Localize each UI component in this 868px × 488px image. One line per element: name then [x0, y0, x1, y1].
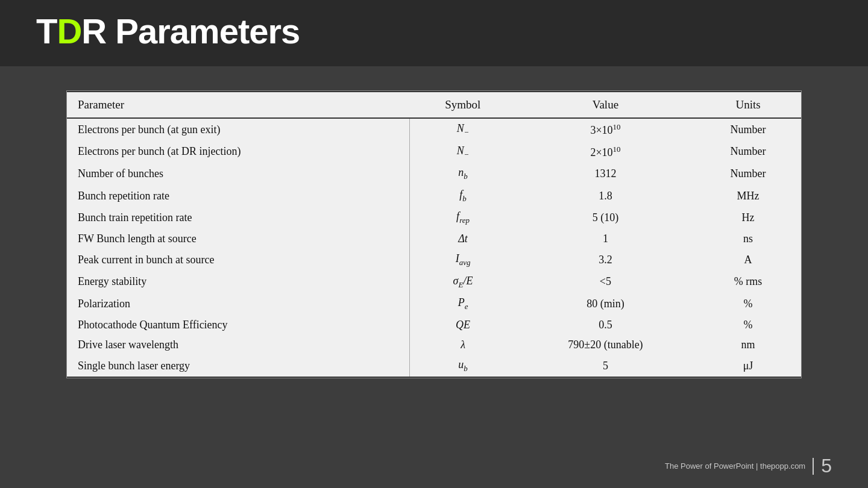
- cell-parameter: Bunch repetition rate: [67, 185, 410, 207]
- table-row: Single bunch laser energyub5μJ: [67, 355, 801, 378]
- parameters-table: Parameter Symbol Value Units Electrons p…: [67, 91, 801, 378]
- cell-value: 3.2: [516, 249, 695, 271]
- title-T: T: [36, 11, 57, 51]
- title-rest: R Parameters: [81, 11, 300, 51]
- table-row: FW Bunch length at sourceΔt1ns: [67, 229, 801, 249]
- col-header-parameter: Parameter: [67, 92, 410, 118]
- cell-units: MHz: [695, 185, 801, 207]
- table-row: Peak current in bunch at sourceIavg3.2A: [67, 249, 801, 271]
- cell-value: 2×1010: [516, 141, 695, 163]
- cell-symbol: Pe: [410, 293, 516, 315]
- cell-parameter: FW Bunch length at source: [67, 229, 410, 249]
- footer-divider: [813, 458, 814, 475]
- table-row: Bunch repetition ratefb1.8MHz: [67, 185, 801, 207]
- col-header-symbol: Symbol: [410, 92, 516, 118]
- cell-units: Number: [695, 141, 801, 163]
- table-row: Photocathode Quantum EfficiencyQE0.5%: [67, 315, 801, 335]
- footer: The Power of PowerPoint | thepopp.com 5: [665, 455, 832, 477]
- cell-value: 0.5: [516, 315, 695, 335]
- cell-parameter: Number of bunches: [67, 163, 410, 185]
- col-header-value: Value: [516, 92, 695, 118]
- cell-value: 790±20 (tunable): [516, 335, 695, 355]
- cell-parameter: Electrons per bunch (at gun exit): [67, 118, 410, 141]
- table-container: Parameter Symbol Value Units Electrons p…: [66, 90, 802, 378]
- table-row: Number of bunchesnb1312Number: [67, 163, 801, 185]
- cell-value: 3×1010: [516, 118, 695, 141]
- cell-parameter: Energy stability: [67, 271, 410, 293]
- cell-symbol: σE/E: [410, 271, 516, 293]
- cell-parameter: Single bunch laser energy: [67, 355, 410, 378]
- cell-units: nm: [695, 335, 801, 355]
- page-number: 5: [821, 455, 832, 477]
- table-row: Bunch train repetition ratefrep5 (10)Hz: [67, 207, 801, 229]
- cell-units: % rms: [695, 271, 801, 293]
- cell-units: Hz: [695, 207, 801, 229]
- cell-parameter: Drive laser wavelength: [67, 335, 410, 355]
- cell-units: Number: [695, 118, 801, 141]
- cell-units: ns: [695, 229, 801, 249]
- cell-symbol: QE: [410, 315, 516, 335]
- title-D: D: [57, 11, 81, 51]
- cell-units: Number: [695, 163, 801, 185]
- cell-units: %: [695, 315, 801, 335]
- table-row: Energy stabilityσE/E<5% rms: [67, 271, 801, 293]
- cell-symbol: ub: [410, 355, 516, 378]
- cell-value: 80 (min): [516, 293, 695, 315]
- cell-value: 1.8: [516, 185, 695, 207]
- cell-value: 1312: [516, 163, 695, 185]
- cell-value: <5: [516, 271, 695, 293]
- footer-text: The Power of PowerPoint | thepopp.com: [665, 461, 805, 471]
- cell-parameter: Electrons per bunch (at DR injection): [67, 141, 410, 163]
- cell-parameter: Photocathode Quantum Efficiency: [67, 315, 410, 335]
- cell-value: 5 (10): [516, 207, 695, 229]
- cell-symbol: N−: [410, 118, 516, 141]
- cell-parameter: Peak current in bunch at source: [67, 249, 410, 271]
- table-row: PolarizationPe80 (min)%: [67, 293, 801, 315]
- cell-value: 1: [516, 229, 695, 249]
- cell-symbol: fb: [410, 185, 516, 207]
- cell-symbol: nb: [410, 163, 516, 185]
- cell-units: μJ: [695, 355, 801, 378]
- cell-units: %: [695, 293, 801, 315]
- table-row: Electrons per bunch (at DR injection)N−2…: [67, 141, 801, 163]
- col-header-units: Units: [695, 92, 801, 118]
- title-area: T D R Parameters: [36, 11, 300, 51]
- cell-units: A: [695, 249, 801, 271]
- cell-symbol: N−: [410, 141, 516, 163]
- cell-parameter: Bunch train repetition rate: [67, 207, 410, 229]
- table-row: Electrons per bunch (at gun exit)N−3×101…: [67, 118, 801, 141]
- cell-value: 5: [516, 355, 695, 378]
- table-row: Drive laser wavelengthλ790±20 (tunable)n…: [67, 335, 801, 355]
- cell-symbol: Iavg: [410, 249, 516, 271]
- cell-symbol: Δt: [410, 229, 516, 249]
- cell-symbol: frep: [410, 207, 516, 229]
- cell-symbol: λ: [410, 335, 516, 355]
- cell-parameter: Polarization: [67, 293, 410, 315]
- table-header-row: Parameter Symbol Value Units: [67, 92, 801, 118]
- slide: T D R Parameters Parameter Symbol Value …: [0, 0, 868, 488]
